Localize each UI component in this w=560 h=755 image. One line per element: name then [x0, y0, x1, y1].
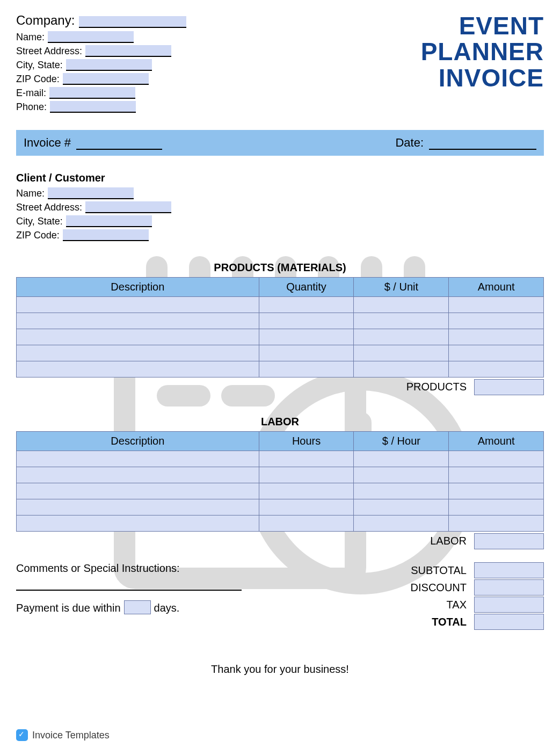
table-row [17, 516, 544, 532]
company-input[interactable] [79, 16, 186, 28]
tax-box[interactable] [474, 597, 544, 613]
title-line-1: EVENT [421, 13, 544, 39]
table-row [17, 499, 544, 516]
labor-subtotal-label: LABOR [423, 533, 474, 549]
products-section-title: PRODUCTS (MATERIALS) [16, 262, 544, 274]
discount-label: DISCOUNT [399, 582, 474, 594]
products-col-unit: $ / Unit [354, 278, 449, 297]
table-row [17, 467, 544, 483]
client-zip-label: ZIP Code: [16, 230, 60, 241]
client-street-input[interactable] [85, 201, 171, 213]
products-tbody [17, 297, 544, 378]
client-zip-input[interactable] [63, 229, 149, 241]
invoice-number-label: Invoice # [24, 136, 71, 150]
total-box[interactable] [474, 614, 544, 630]
payment-suffix: days. [154, 602, 180, 614]
tax-label: TAX [399, 599, 474, 611]
table-row [17, 483, 544, 499]
brand-name: Invoice Templates [32, 730, 110, 741]
thank-you-message: Thank you for your business! [16, 663, 544, 676]
company-name-input[interactable] [48, 31, 134, 43]
discount-box[interactable] [474, 579, 544, 596]
products-table: Description Quantity $ / Unit Amount [16, 277, 544, 378]
client-header: Client / Customer [16, 172, 544, 184]
company-zip-label: ZIP Code: [16, 74, 60, 85]
products-subtotal-label: PRODUCTS [399, 379, 474, 395]
table-row [17, 297, 544, 313]
company-email-input[interactable] [49, 87, 135, 99]
labor-col-desc: Description [17, 432, 259, 451]
table-row [17, 451, 544, 467]
total-label: TOTAL [399, 616, 474, 628]
company-zip-input[interactable] [63, 73, 149, 85]
client-city-state-label: City, State: [16, 216, 63, 227]
subtotal-box[interactable] [474, 562, 544, 578]
products-col-amount: Amount [449, 278, 544, 297]
table-row [17, 329, 544, 345]
payment-days-input[interactable] [124, 600, 151, 614]
title-line-2: PLANNER [421, 39, 544, 64]
labor-col-amount: Amount [449, 432, 544, 451]
document-title: EVENT PLANNER INVOICE [421, 13, 544, 91]
brand-logo-icon [16, 729, 28, 741]
client-block: Client / Customer Name: Street Address: … [16, 172, 544, 241]
company-phone-input[interactable] [50, 101, 136, 113]
labor-section-title: LABOR [16, 416, 544, 428]
client-name-input[interactable] [48, 187, 134, 199]
title-line-3: INVOICE [421, 65, 544, 91]
products-col-desc: Description [17, 278, 259, 297]
labor-tbody [17, 451, 544, 532]
invoice-number-input[interactable] [76, 138, 162, 150]
table-row [17, 313, 544, 329]
products-col-qty: Quantity [259, 278, 354, 297]
labor-table: Description Hours $ / Hour Amount [16, 431, 544, 532]
company-label: Company: [16, 13, 75, 28]
payment-prefix: Payment is due within [16, 602, 121, 614]
company-name-label: Name: [16, 32, 45, 43]
company-phone-label: Phone: [16, 101, 47, 113]
invoice-date-input[interactable] [429, 138, 536, 150]
footer-brand: Invoice Templates [16, 729, 110, 741]
invoice-date-label: Date: [395, 136, 424, 150]
totals-block: SUBTOTAL DISCOUNT TAX TOTAL [399, 562, 544, 631]
labor-subtotal-box[interactable] [474, 533, 544, 549]
subtotal-label: SUBTOTAL [399, 564, 474, 577]
invoice-bar: Invoice # Date: [16, 130, 544, 156]
client-city-state-input[interactable] [66, 215, 152, 227]
products-subtotal-box[interactable] [474, 379, 544, 395]
client-name-label: Name: [16, 188, 45, 199]
company-city-state-input[interactable] [66, 59, 152, 71]
table-row [17, 361, 544, 378]
company-street-label: Street Address: [16, 46, 82, 57]
table-row [17, 345, 544, 361]
client-street-label: Street Address: [16, 202, 82, 213]
labor-col-rate: $ / Hour [354, 432, 449, 451]
comments-input[interactable] [16, 577, 242, 591]
company-email-label: E-mail: [16, 88, 46, 99]
company-street-input[interactable] [85, 45, 171, 57]
comments-label: Comments or Special Instructions: [16, 562, 307, 575]
comments-block: Comments or Special Instructions: Paymen… [16, 562, 307, 631]
company-block: Company: Name: Street Address: City, Sta… [16, 13, 186, 115]
company-city-state-label: City, State: [16, 60, 63, 71]
labor-col-hours: Hours [259, 432, 354, 451]
